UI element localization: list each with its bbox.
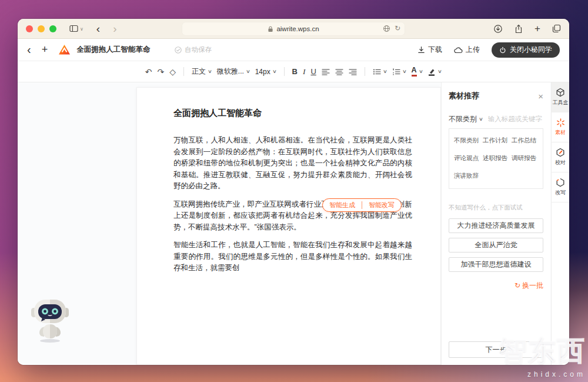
smart-rewrite-button[interactable]: 智能改写 xyxy=(362,199,401,211)
suggestion-hint: 不知道写什么，点下面试试 xyxy=(449,204,543,212)
proofread-icon xyxy=(556,148,565,157)
chevron-down-icon: ∨ xyxy=(479,117,483,122)
tab-overview-icon[interactable] xyxy=(552,24,561,33)
browser-window: ∨ ‹ › aiwrite.wps.cn ↻ + xyxy=(18,19,569,365)
bullet-list-button[interactable]: ∨ xyxy=(373,68,387,76)
topic-suggestion-button[interactable]: 全面从严治党 xyxy=(449,238,543,253)
chevron-down-icon: ∨ xyxy=(419,69,423,74)
doc-paragraph: 智能生活和工作，也就是人工智能，智能在我们生存和发展中起着越来越重要的作用。我们… xyxy=(173,240,412,274)
category-tag[interactable]: 调研报告 xyxy=(512,154,538,162)
italic-button[interactable]: I xyxy=(303,67,306,77)
font-size-select[interactable]: 14px∨ xyxy=(255,68,276,76)
category-tag[interactable]: 工作计划 xyxy=(483,137,509,145)
sidebar-chevron-icon[interactable]: ∨ xyxy=(80,26,83,32)
font-family-select[interactable]: 微软雅...∨ xyxy=(217,67,250,77)
smart-generate-button[interactable]: 智能生成 xyxy=(323,199,362,211)
wps-logo-icon xyxy=(58,44,71,55)
redo-icon[interactable]: ↷ xyxy=(157,67,164,77)
category-tag-list: 不限类别 工作计划 工作总结 评论观点 述职报告 调研报告 演讲致辞 xyxy=(449,128,543,189)
keyword-search-input[interactable] xyxy=(488,115,542,122)
formatting-toolbar: ↶ ↷ ◇ 正文∨ 微软雅...∨ 14px∨ B I U ∨ xyxy=(18,61,569,82)
chevron-down-icon: ∨ xyxy=(208,69,212,74)
underline-button[interactable]: U xyxy=(310,67,316,76)
chevron-down-icon: ∨ xyxy=(272,69,277,74)
tool-rail: 工具盒 素材 校对 改写 xyxy=(551,82,569,365)
category-select[interactable]: 不限类别 ∨ xyxy=(449,114,483,124)
panel-title: 素材推荐 xyxy=(449,91,479,101)
format-clear-icon[interactable]: ◇ xyxy=(169,67,176,77)
new-tab-icon[interactable]: + xyxy=(534,23,540,35)
category-tag[interactable]: 不限类别 xyxy=(454,137,480,145)
chevron-down-icon: ∨ xyxy=(246,69,250,74)
toolbox-icon xyxy=(556,88,565,97)
new-doc-icon[interactable]: + xyxy=(42,44,48,56)
topic-suggestion-button[interactable]: 加强干部思想道德建设 xyxy=(449,257,543,272)
rail-item-proofread[interactable]: 校对 xyxy=(552,142,569,172)
material-icon xyxy=(556,118,565,127)
minimize-window-button[interactable] xyxy=(38,25,45,32)
close-icon[interactable]: × xyxy=(538,92,543,101)
align-left-icon[interactable] xyxy=(322,68,330,76)
next-step-button[interactable]: 下一步 xyxy=(449,341,543,358)
category-tag[interactable]: 评论观点 xyxy=(454,154,480,162)
cloud-icon xyxy=(454,46,463,54)
undo-icon[interactable]: ↶ xyxy=(145,67,152,77)
refresh-suggestions-button[interactable]: ↻换一批 xyxy=(449,281,543,291)
close-assistant-button[interactable]: 关闭小秘同学 xyxy=(492,42,560,58)
share-icon[interactable] xyxy=(514,24,523,34)
sidebar-toggle-icon[interactable] xyxy=(69,25,78,32)
refresh-icon: ↻ xyxy=(514,281,520,290)
check-circle-icon xyxy=(175,46,182,54)
font-color-button[interactable]: A ∨ xyxy=(412,67,423,77)
traffic-lights xyxy=(26,25,56,32)
downloads-icon[interactable] xyxy=(493,24,503,34)
autosave-status: 自动保存 xyxy=(175,45,212,54)
main-content: 全面拥抱人工智能革命 万物互联，人和人相连、人和机器相连。在当代社会，互联网更是… xyxy=(18,82,569,365)
category-tag[interactable]: 工作总结 xyxy=(512,137,538,145)
download-icon xyxy=(417,46,425,54)
numbered-list-button[interactable]: ∨ xyxy=(392,68,406,76)
robot-illustration xyxy=(31,296,69,343)
chevron-down-icon: ∨ xyxy=(402,69,407,74)
chevron-down-icon: ∨ xyxy=(383,69,387,74)
app-header: ‹ + 全面拥抱人工智能革命 自动保存 下载 上传 xyxy=(18,39,569,61)
doc-heading: 全面拥抱人工智能革命 xyxy=(173,108,412,119)
translate-icon[interactable] xyxy=(383,25,390,32)
forward-nav-icon[interactable]: › xyxy=(113,23,116,34)
align-center-icon[interactable] xyxy=(335,68,343,76)
upload-button[interactable]: 上传 xyxy=(454,45,480,55)
material-panel: 素材推荐 × 不限类别 ∨ 不限类别 工作计划 工作总结 评论观点 述职报告 调… xyxy=(441,82,550,365)
chevron-down-icon: ∨ xyxy=(437,69,442,74)
address-bar[interactable]: aiwrite.wps.cn ↻ xyxy=(182,22,405,36)
url-text: aiwrite.wps.cn xyxy=(276,25,319,32)
category-tag[interactable]: 演讲致辞 xyxy=(454,172,480,180)
highlight-color-button[interactable]: ∨ xyxy=(427,68,442,76)
app-back-icon[interactable]: ‹ xyxy=(27,43,31,57)
paragraph-style-select[interactable]: 正文∨ xyxy=(192,67,212,77)
category-tag[interactable]: 述职报告 xyxy=(483,154,509,162)
back-nav-icon[interactable]: ‹ xyxy=(96,23,100,34)
browser-chrome: ∨ ‹ › aiwrite.wps.cn ↻ + xyxy=(18,19,569,39)
rail-item-toolbox[interactable]: 工具盒 xyxy=(552,82,569,112)
power-icon xyxy=(499,46,506,54)
robot-mascot xyxy=(31,296,69,343)
document-title[interactable]: 全面拥抱人工智能革命 xyxy=(76,45,150,55)
rewrite-icon xyxy=(556,178,565,187)
document-page[interactable]: 全面拥抱人工智能革命 万物互联，人和人相连、人和机器相连。在当代社会，互联网更是… xyxy=(136,87,441,365)
doc-paragraph: 万物互联，人和人相连、人和机器相连。在当代社会，互联网更是人类社会发展到一定阶段… xyxy=(173,135,412,192)
bold-button[interactable]: B xyxy=(292,67,298,76)
rail-item-material[interactable]: 素材 xyxy=(552,112,569,142)
topic-suggestion-button[interactable]: 大力推进经济高质量发展 xyxy=(449,218,543,233)
watermark-domain: zhidx.com xyxy=(499,370,586,378)
close-window-button[interactable] xyxy=(26,25,33,32)
download-button[interactable]: 下载 xyxy=(417,45,442,55)
lock-icon xyxy=(268,26,273,32)
align-right-icon[interactable] xyxy=(349,68,357,76)
ai-inline-actions: 智能生成 智能改写 xyxy=(322,198,402,212)
reload-icon[interactable]: ↻ xyxy=(395,24,400,32)
zoom-window-button[interactable] xyxy=(49,25,56,32)
rail-item-rewrite[interactable]: 改写 xyxy=(552,172,569,202)
